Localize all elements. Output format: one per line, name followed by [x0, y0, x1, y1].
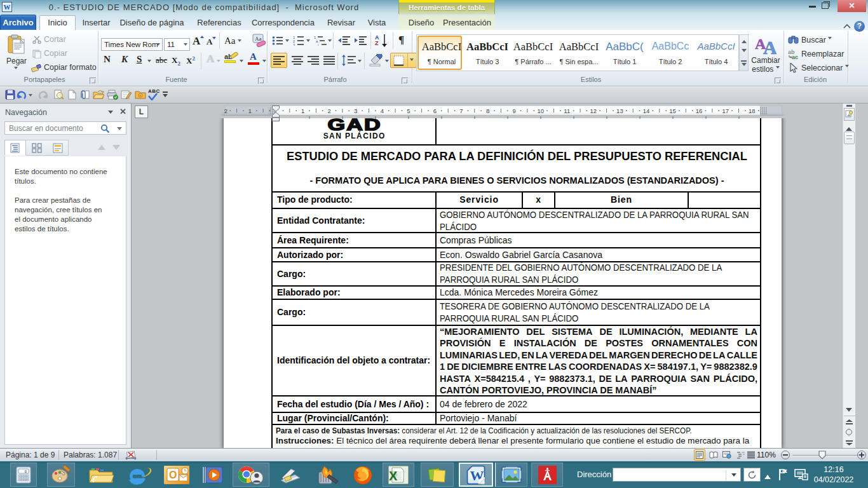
svg-text:15: 15	[669, 107, 676, 114]
svg-text:7: 7	[459, 107, 463, 114]
svg-text:ac: ac	[792, 54, 798, 59]
svg-text:3: 3	[354, 107, 357, 114]
svg-text:1: 1	[301, 107, 304, 114]
svg-text:8: 8	[486, 107, 489, 114]
svg-text:9: 9	[512, 107, 515, 114]
svg-text:Aa: Aa	[255, 36, 262, 42]
svg-text:6: 6	[433, 107, 437, 114]
svg-text:10: 10	[537, 107, 544, 114]
svg-text:O: O	[169, 470, 177, 480]
svg-text:18: 18	[749, 107, 756, 114]
svg-text:5: 5	[407, 107, 410, 114]
svg-text:1: 1	[248, 107, 252, 114]
svg-text:11: 11	[564, 107, 570, 114]
svg-text:17: 17	[722, 107, 729, 114]
svg-text:0: 0	[24, 470, 27, 474]
svg-text:X: X	[389, 469, 398, 483]
svg-text:A: A	[763, 37, 776, 55]
svg-text:2: 2	[327, 107, 330, 114]
svg-text:i: i	[318, 43, 318, 46]
svg-text:16: 16	[696, 107, 703, 114]
svg-text:14: 14	[643, 107, 650, 114]
svg-text:13: 13	[616, 107, 623, 114]
svg-text:12: 12	[590, 107, 597, 114]
svg-text:3: 3	[293, 43, 295, 46]
svg-text:4: 4	[381, 107, 384, 114]
